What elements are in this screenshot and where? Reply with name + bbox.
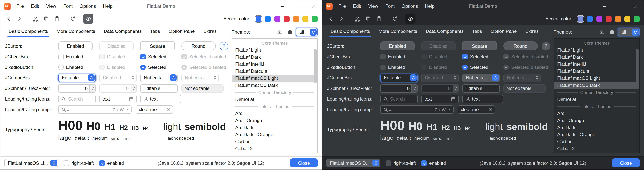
selected-checkbox[interactable]: Selected [140,54,166,59]
tab-data-components[interactable]: Data Components [100,26,146,37]
date-field[interactable]: text [421,94,459,103]
close-button[interactable]: Close [612,158,640,167]
refresh-button[interactable] [68,14,78,24]
clear-icon[interactable]: × [489,106,492,112]
scrollbar-thumb[interactable] [636,49,638,83]
theme-item[interactable]: FlatLaf Dark [232,54,317,61]
combo-arrow-icon[interactable] [88,74,94,81]
theme-item[interactable]: Arc [554,110,639,117]
theme-item[interactable]: FlatLaf macOS Light [554,75,639,82]
enabled-radio[interactable]: Enabled [380,64,405,70]
theme-item[interactable]: Carbon [554,138,639,145]
accent-swatch[interactable] [274,16,280,22]
spinner-up-down-buttons[interactable] [90,84,95,92]
github-button[interactable] [608,28,616,36]
maximize-button[interactable] [290,1,306,12]
search-field[interactable]: Search [380,94,418,103]
enabled-checkbox[interactable]: Enabled [58,54,83,59]
theme-item[interactable]: Arc - Orange [554,117,639,124]
menu-file[interactable]: File [335,1,350,12]
combo-arrow-icon[interactable] [372,160,379,166]
menu-options[interactable]: Options [76,1,100,12]
theme-item[interactable]: FlatLaf Darcula [554,68,639,75]
accent-swatch[interactable] [624,16,630,22]
close-button[interactable]: Close [290,158,318,167]
github-button[interactable] [286,28,294,36]
enabled-checkbox[interactable]: enabled [422,160,446,166]
search-with-options-field[interactable]: Cc W .* [58,105,132,114]
editable-textfield[interactable]: Editable [462,84,500,93]
themes-filter-combobox[interactable]: all [296,28,318,36]
paste-button[interactable] [374,14,384,24]
theme-item[interactable]: Arc Dark [232,124,317,131]
tab-tabs[interactable]: Tabs [146,26,164,37]
download-themes-button[interactable] [598,28,606,36]
spinner[interactable]: 0 [58,84,96,93]
close-window-button[interactable] [628,1,644,12]
search-options-caret-icon[interactable] [67,110,69,111]
tab-extras[interactable]: Extras [521,26,543,37]
scrollbar-thumb[interactable] [314,49,316,83]
search-field[interactable]: Search [58,94,96,103]
accent-swatch[interactable] [284,16,290,22]
menu-help[interactable]: Help [99,1,116,12]
back-button[interactable] [326,14,336,24]
theme-item[interactable]: Carbon [232,138,317,145]
selected-radio[interactable]: Selected [462,64,488,70]
menu-view[interactable]: View [364,1,382,12]
not-editable-combobox[interactable]: Not editable [462,73,500,82]
not-editable-combobox[interactable]: Not editable [140,73,178,82]
theme-item[interactable]: FlatLaf macOS Dark [232,82,317,89]
whole-words-toggle[interactable]: W [442,107,446,112]
copy-button[interactable] [41,14,51,24]
menu-edit[interactable]: Edit [28,1,42,12]
help-button[interactable]: ? [220,42,228,50]
theme-item[interactable]: Cobalt 2 [554,145,639,152]
tab-more-components[interactable]: More Components [374,26,421,37]
calendar-icon[interactable] [129,96,134,101]
combo-arrow-icon[interactable] [50,160,57,166]
minimize-button[interactable] [597,1,612,12]
tab-basic-components[interactable]: Basic Components [4,26,52,37]
forward-button[interactable] [336,14,346,24]
user-field[interactable]: text [140,94,181,103]
theme-item[interactable]: FlatLaf Light [232,47,317,54]
laf-combobox[interactable]: FlatLaf macOS D... [326,159,380,167]
search-options-caret-icon[interactable] [389,110,391,111]
tab-tabs[interactable]: Tabs [468,26,486,37]
close-window-button[interactable] [306,1,322,12]
menu-icon[interactable] [496,96,500,101]
theme-item[interactable]: Cobalt 2 [232,145,317,152]
accent-swatch[interactable] [265,16,271,22]
help-button[interactable]: ? [542,42,550,50]
whole-words-toggle[interactable]: W [120,107,124,112]
regex-toggle[interactable]: .* [448,107,450,112]
accent-swatch[interactable] [256,16,262,22]
refresh-button[interactable] [390,14,400,24]
editable-combobox[interactable]: Editable [58,73,96,82]
forward-button[interactable] [14,14,24,24]
tab-more-components[interactable]: More Components [52,26,99,37]
download-themes-button[interactable] [276,28,284,36]
enabled-checkbox[interactable]: enabled [100,160,124,166]
show-hover-effects-toggle[interactable] [83,14,94,24]
menu-font[interactable]: Font [60,1,76,12]
accent-swatch[interactable] [293,16,299,22]
cut-button[interactable] [352,14,362,24]
accent-swatch[interactable] [578,16,584,22]
editable-combobox[interactable]: Editable [380,73,418,82]
combo-arrow-icon[interactable] [632,29,638,35]
menu-edit[interactable]: Edit [350,1,364,12]
user-field[interactable]: text [462,94,503,103]
right-to-left-checkbox[interactable]: right-to-left [386,160,416,166]
square-button[interactable]: Square [140,42,175,51]
round-button[interactable]: Round [503,42,538,51]
tab-option-pane[interactable]: Option Pane [164,26,199,37]
round-button[interactable]: Round [181,42,216,51]
accent-swatch[interactable] [615,16,621,22]
themes-filter-combobox[interactable]: all [618,28,640,36]
menu-font[interactable]: Font [382,1,398,12]
scrollbar[interactable] [636,40,638,152]
theme-item[interactable]: FlatLaf IntelliJ [554,61,639,68]
tab-data-components[interactable]: Data Components [422,26,468,37]
